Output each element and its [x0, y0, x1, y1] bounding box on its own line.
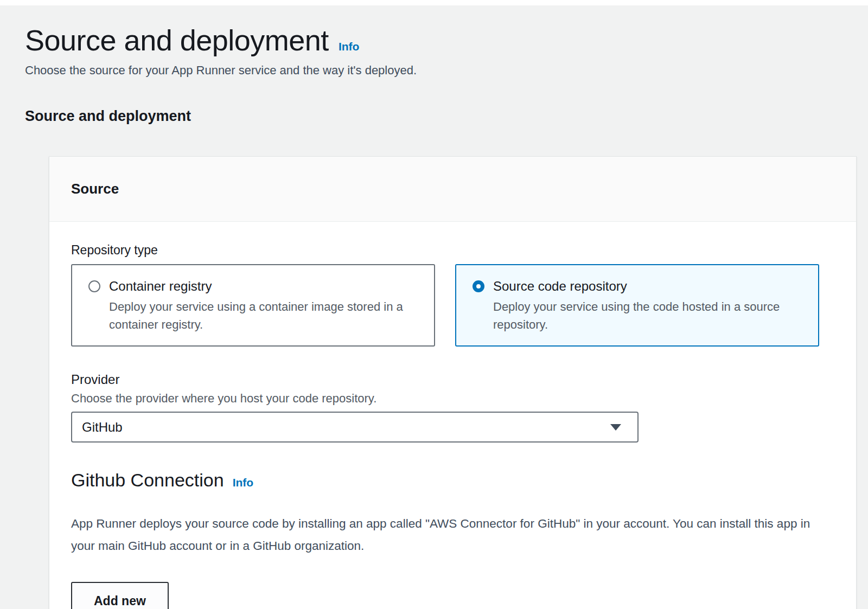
github-connection-section: Github Connection Info App Runner deploy… [71, 470, 834, 609]
github-connection-text: App Runner deploys your source code by i… [71, 512, 815, 557]
caret-down-icon [610, 424, 621, 431]
tile-description: Deploy your service using a container im… [109, 298, 413, 334]
top-strip [0, 0, 868, 5]
tile-description: Deploy your service using the code hoste… [493, 298, 797, 334]
repository-type-label: Repository type [71, 242, 834, 258]
source-card-header: Source [49, 157, 856, 222]
tile-content: Container registry Deploy your service u… [109, 278, 413, 334]
source-card-body: Repository type Container registry Deplo… [49, 222, 856, 609]
github-connection-info-link[interactable]: Info [233, 476, 253, 489]
tile-title: Source code repository [493, 278, 797, 294]
radio-unselected-icon[interactable] [88, 280, 100, 292]
github-connection-title: Github Connection [71, 470, 224, 491]
provider-description: Choose the provider where you host your … [71, 391, 834, 406]
page-title: Source and deployment [25, 23, 329, 57]
provider-section: Provider Choose the provider where you h… [71, 371, 834, 443]
tile-source-code-repository[interactable]: Source code repository Deploy your servi… [455, 264, 819, 347]
page-header: Source and deployment Info [25, 23, 868, 57]
add-new-button[interactable]: Add new [71, 582, 169, 609]
repository-type-options: Container registry Deploy your service u… [71, 264, 834, 347]
tile-container-registry[interactable]: Container registry Deploy your service u… [71, 264, 435, 347]
page-subtitle: Choose the source for your App Runner se… [25, 62, 868, 79]
tile-content: Source code repository Deploy your servi… [493, 278, 797, 334]
provider-label: Provider [71, 371, 834, 388]
provider-selected-value: GitHub [82, 420, 123, 435]
github-connection-header: Github Connection Info [71, 470, 834, 491]
section-heading: Source and deployment [25, 108, 868, 125]
tile-title: Container registry [109, 278, 413, 294]
source-card-title: Source [71, 181, 119, 197]
radio-selected-icon[interactable] [473, 280, 484, 292]
provider-select[interactable]: GitHub [71, 412, 639, 443]
source-card: Source Repository type Container registr… [49, 156, 857, 609]
main-content: Source and deployment Info Choose the so… [0, 5, 868, 609]
page-title-info-link[interactable]: Info [339, 40, 359, 53]
